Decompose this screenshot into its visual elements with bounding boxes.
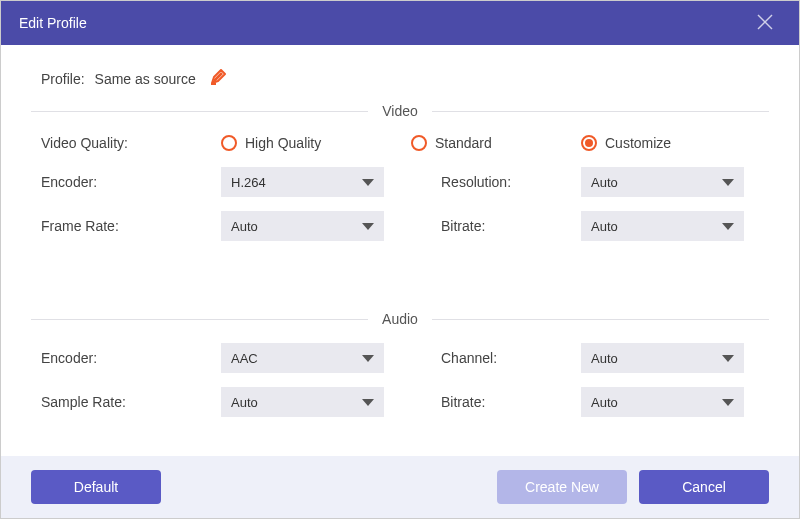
profile-label: Profile: <box>41 71 85 87</box>
video-quality-row: Video Quality: High Quality Standard Cus… <box>41 135 759 151</box>
audio-channel-dropdown[interactable]: Auto <box>581 343 744 373</box>
audio-row-2: Sample Rate: Auto Bitrate: Auto <box>41 387 759 417</box>
radio-label: High Quality <box>245 135 321 151</box>
dropdown-value: AAC <box>231 351 258 366</box>
radio-label: Standard <box>435 135 492 151</box>
video-quality-label: Video Quality: <box>41 135 221 151</box>
dropdown-value: H.264 <box>231 175 266 190</box>
audio-encoder-label: Encoder: <box>41 350 221 366</box>
video-quality-radio-group: High Quality Standard Customize <box>221 135 759 151</box>
profile-row: Profile: Same as source <box>41 69 769 89</box>
footer: Default Create New Cancel <box>1 456 799 518</box>
edit-icon[interactable] <box>210 69 226 89</box>
video-row-2: Frame Rate: Auto Bitrate: Auto <box>41 211 759 241</box>
video-encoder-dropdown[interactable]: H.264 <box>221 167 384 197</box>
default-button[interactable]: Default <box>31 470 161 504</box>
audio-encoder-dropdown[interactable]: AAC <box>221 343 384 373</box>
video-bitrate-label: Bitrate: <box>441 218 581 234</box>
audio-samplerate-label: Sample Rate: <box>41 394 221 410</box>
audio-row-1: Encoder: AAC Channel: Auto <box>41 343 759 373</box>
create-new-button[interactable]: Create New <box>497 470 627 504</box>
close-icon[interactable] <box>749 6 781 40</box>
dropdown-value: Auto <box>231 395 258 410</box>
cancel-button[interactable]: Cancel <box>639 470 769 504</box>
dropdown-value: Auto <box>591 351 618 366</box>
radio-customize[interactable]: Customize <box>581 135 671 151</box>
video-section-divider: Video <box>31 103 769 119</box>
chevron-down-icon <box>362 223 374 230</box>
chevron-down-icon <box>722 399 734 406</box>
radio-label: Customize <box>605 135 671 151</box>
video-row-1: Encoder: H.264 Resolution: Auto <box>41 167 759 197</box>
radio-high-quality[interactable]: High Quality <box>221 135 411 151</box>
video-section-title: Video <box>368 103 432 119</box>
profile-value: Same as source <box>95 71 196 87</box>
video-framerate-label: Frame Rate: <box>41 218 221 234</box>
chevron-down-icon <box>362 355 374 362</box>
video-encoder-label: Encoder: <box>41 174 221 190</box>
video-resolution-dropdown[interactable]: Auto <box>581 167 744 197</box>
video-form: Video Quality: High Quality Standard Cus… <box>31 135 769 241</box>
dropdown-value: Auto <box>591 175 618 190</box>
dropdown-value: Auto <box>591 395 618 410</box>
dropdown-value: Auto <box>591 219 618 234</box>
chevron-down-icon <box>722 223 734 230</box>
chevron-down-icon <box>722 179 734 186</box>
edit-profile-window: Edit Profile Profile: Same as source Vid… <box>0 0 800 519</box>
audio-section-divider: Audio <box>31 311 769 327</box>
video-bitrate-dropdown[interactable]: Auto <box>581 211 744 241</box>
titlebar: Edit Profile <box>1 1 799 45</box>
radio-standard[interactable]: Standard <box>411 135 581 151</box>
audio-channel-label: Channel: <box>441 350 581 366</box>
dropdown-value: Auto <box>231 219 258 234</box>
audio-samplerate-dropdown[interactable]: Auto <box>221 387 384 417</box>
chevron-down-icon <box>362 399 374 406</box>
radio-icon <box>411 135 427 151</box>
chevron-down-icon <box>362 179 374 186</box>
radio-icon <box>581 135 597 151</box>
video-framerate-dropdown[interactable]: Auto <box>221 211 384 241</box>
chevron-down-icon <box>722 355 734 362</box>
audio-section-title: Audio <box>368 311 432 327</box>
video-resolution-label: Resolution: <box>441 174 581 190</box>
audio-form: Encoder: AAC Channel: Auto Sample R <box>31 343 769 417</box>
radio-icon <box>221 135 237 151</box>
window-title: Edit Profile <box>19 15 87 31</box>
audio-bitrate-dropdown[interactable]: Auto <box>581 387 744 417</box>
content-area: Profile: Same as source Video Video Qual… <box>1 45 799 456</box>
audio-bitrate-label: Bitrate: <box>441 394 581 410</box>
